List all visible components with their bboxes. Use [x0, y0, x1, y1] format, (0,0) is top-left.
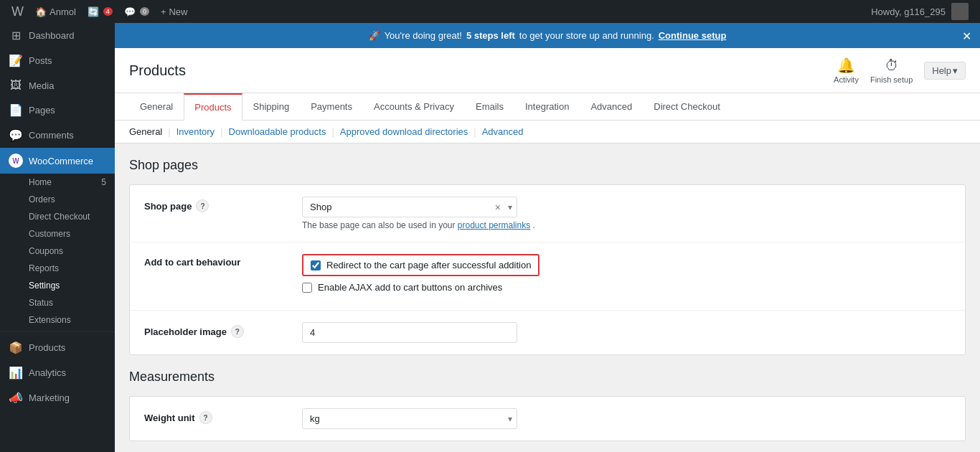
- sidebar-item-dashboard[interactable]: ⊞ Dashboard: [0, 23, 115, 48]
- page-header: Products 🔔 Activity ⏱ Finish setup Help …: [115, 48, 980, 93]
- checkbox-redirect-row: Redirect to the cart page after successf…: [302, 254, 951, 276]
- checkbox-redirect-wrapper: Redirect to the cart page after successf…: [302, 254, 540, 276]
- main-content: 🚀 You're doing great! 5 steps left to ge…: [115, 23, 980, 452]
- subnav-advanced[interactable]: Advanced: [478, 126, 528, 137]
- submenu-status[interactable]: Status: [0, 294, 115, 311]
- marketing-icon: 📣: [9, 391, 23, 405]
- subnav-approved-dirs[interactable]: Approved download directories: [336, 126, 473, 137]
- tab-shipping[interactable]: Shipping: [242, 93, 301, 121]
- checkbox-ajax-row: Enable AJAX add to cart buttons on archi…: [302, 282, 951, 293]
- submenu-coupons[interactable]: Coupons: [0, 243, 115, 260]
- banner-text: You're doing great!: [385, 30, 462, 41]
- sidebar-item-woocommerce[interactable]: W WooCommerce: [0, 148, 115, 174]
- shop-page-help[interactable]: ?: [196, 199, 209, 212]
- dashboard-icon: ⊞: [9, 29, 23, 42]
- placeholder-image-input[interactable]: [302, 322, 517, 343]
- comments-icon: 💬: [124, 6, 136, 17]
- submenu-home[interactable]: Home 5: [0, 174, 115, 191]
- shop-page-select-wrapper: Shop × ▾: [302, 197, 517, 217]
- comments-count[interactable]: 💬 0: [118, 0, 155, 23]
- placeholder-image-row: Placeholder image ?: [130, 311, 965, 354]
- chevron-down-icon: ▾: [508, 202, 512, 212]
- tab-payments[interactable]: Payments: [300, 93, 363, 121]
- settings-tabs: General Products Shipping Payments Accou…: [115, 93, 980, 121]
- add-to-cart-label: Add to cart behaviour: [144, 254, 302, 268]
- submenu-settings[interactable]: Settings: [0, 277, 115, 294]
- activity-button[interactable]: 🔔 Activity: [834, 57, 859, 84]
- sidebar-item-analytics[interactable]: 📊 Analytics: [0, 360, 115, 385]
- add-to-cart-control: Redirect to the cart page after successf…: [302, 254, 951, 298]
- user-info[interactable]: Howdy, g116_295: [865, 0, 974, 23]
- sidebar-item-media[interactable]: 🖼 Media: [0, 73, 115, 98]
- subnav-downloadable[interactable]: Downloadable products: [225, 126, 331, 137]
- select-clear-icon[interactable]: ×: [495, 202, 501, 213]
- weight-unit-select-wrapper[interactable]: kg g lbs oz ▾: [302, 408, 517, 429]
- admin-bar: W 🏠 Anmol 🔄 4 💬 0 + New Howdy, g116_295: [0, 0, 980, 23]
- header-actions: 🔔 Activity ⏱ Finish setup Help ▾: [834, 57, 966, 84]
- weight-unit-select[interactable]: kg g lbs oz: [303, 409, 517, 428]
- home-icon: 🏠: [35, 6, 47, 17]
- measurements-title: Measurements: [129, 369, 966, 385]
- checkbox-ajax[interactable]: [302, 283, 312, 293]
- settings-table: Shop page ? Shop × ▾ The base page can a…: [129, 184, 966, 355]
- finish-setup-button[interactable]: ⏱ Finish setup: [870, 57, 913, 84]
- sidebar-item-pages[interactable]: 📄 Pages: [0, 98, 115, 123]
- rocket-icon: 🚀: [369, 30, 380, 41]
- sidebar-item-comments[interactable]: 💬 Comments: [0, 123, 115, 148]
- sidebar: ⊞ Dashboard 📝 Posts 🖼 Media 📄 Pages 💬 Co…: [0, 23, 115, 452]
- shop-page-row: Shop page ? Shop × ▾ The base page can a…: [130, 185, 965, 243]
- activity-icon: 🔔: [837, 57, 855, 74]
- sidebar-item-products[interactable]: 📦 Products: [0, 335, 115, 360]
- sidebar-item-marketing[interactable]: 📣 Marketing: [0, 385, 115, 410]
- tab-advanced[interactable]: Advanced: [580, 93, 643, 121]
- subnav-inventory[interactable]: Inventory: [172, 126, 219, 137]
- tab-integration[interactable]: Integration: [514, 93, 580, 121]
- comments-side-icon: 💬: [9, 128, 23, 142]
- media-icon: 🖼: [9, 79, 23, 92]
- wp-logo[interactable]: W: [6, 0, 29, 23]
- tab-general[interactable]: General: [129, 93, 184, 121]
- subnav-general[interactable]: General: [129, 126, 166, 137]
- submenu-reports[interactable]: Reports: [0, 260, 115, 277]
- submenu-extensions[interactable]: Extensions: [0, 311, 115, 329]
- tab-direct-checkout[interactable]: Direct Checkout: [643, 93, 730, 121]
- shop-page-value: Shop: [303, 197, 354, 217]
- submenu-customers[interactable]: Customers: [0, 225, 115, 243]
- weight-unit-label: Weight unit ?: [144, 408, 302, 424]
- posts-icon: 📝: [9, 54, 23, 67]
- help-button[interactable]: Help ▾: [924, 62, 966, 80]
- page-title: Products: [129, 62, 186, 79]
- placeholder-image-control: [302, 322, 951, 343]
- banner-text2: to get your store up and running.: [519, 30, 654, 41]
- new-content[interactable]: + New: [155, 0, 194, 23]
- tab-products[interactable]: Products: [184, 93, 242, 121]
- analytics-icon: 📊: [9, 366, 23, 380]
- site-name[interactable]: 🏠 Anmol: [29, 0, 82, 23]
- placeholder-image-help[interactable]: ?: [231, 325, 244, 338]
- tab-accounts-privacy[interactable]: Accounts & Privacy: [363, 93, 465, 121]
- weight-unit-row: Weight unit ? kg g lbs oz: [130, 397, 965, 441]
- pages-icon: 📄: [9, 103, 23, 117]
- content-area: Products 🔔 Activity ⏱ Finish setup Help …: [115, 48, 980, 452]
- sub-navigation: General | Inventory | Downloadable produ…: [115, 121, 980, 143]
- weight-unit-help[interactable]: ?: [199, 411, 212, 424]
- submenu-orders[interactable]: Orders: [0, 191, 115, 208]
- checkbox-redirect[interactable]: [311, 260, 321, 270]
- submenu-direct-checkout[interactable]: Direct Checkout: [0, 208, 115, 225]
- banner-bold: 5 steps left: [466, 30, 515, 41]
- woo-icon: W: [9, 154, 23, 168]
- measurements-table: Weight unit ? kg g lbs oz: [129, 396, 966, 441]
- checkbox-ajax-label: Enable AJAX add to cart buttons on archi…: [318, 282, 502, 293]
- product-permalinks-link[interactable]: product permalinks: [458, 220, 530, 230]
- user-label: Howdy, g116_295: [871, 6, 946, 17]
- banner-close-button[interactable]: ✕: [962, 29, 971, 42]
- measurements-section: Measurements Weight unit ? kg g: [115, 369, 980, 452]
- tab-emails[interactable]: Emails: [465, 93, 514, 121]
- sidebar-item-posts[interactable]: 📝 Posts: [0, 48, 115, 73]
- checkbox-redirect-label: Redirect to the cart page after successf…: [326, 260, 531, 270]
- shop-page-label: Shop page ?: [144, 197, 302, 212]
- chevron-down-icon: ▾: [953, 65, 958, 76]
- continue-setup-link[interactable]: Continue setup: [659, 30, 727, 41]
- updates-count[interactable]: 🔄 4: [82, 0, 118, 23]
- finish-setup-icon: ⏱: [885, 57, 899, 74]
